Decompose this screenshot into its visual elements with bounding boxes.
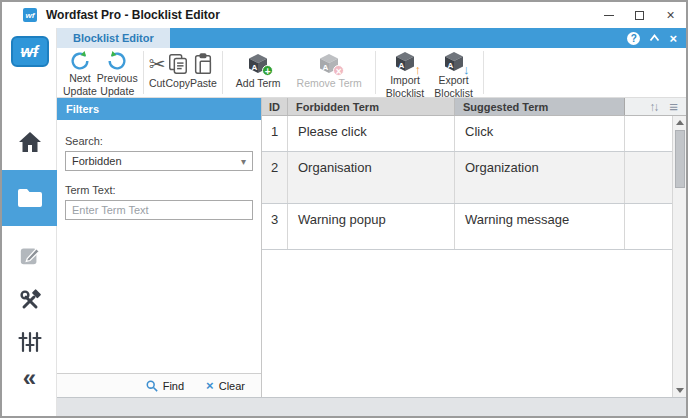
collapse-sidebar-icon: « <box>23 364 36 392</box>
folder-icon <box>17 188 43 208</box>
tab-label: Blocklist Editor <box>73 32 154 44</box>
vertical-scrollbar[interactable] <box>672 116 686 397</box>
clipboard-icon <box>192 50 214 77</box>
search-dropdown[interactable]: Forbidden ▾ <box>65 151 253 171</box>
column-header-forbidden-term[interactable]: Forbidden Term <box>288 98 455 115</box>
cell-forbidden-term[interactable]: Warning popup <box>288 204 455 249</box>
find-label: Find <box>163 380 184 392</box>
column-header-id[interactable]: ID <box>262 98 288 115</box>
find-button[interactable]: Find <box>146 380 184 392</box>
export-blocklist-icon: A ↓ <box>442 50 466 74</box>
copy-button[interactable]: Copy <box>165 48 190 97</box>
chevron-down-icon: ▾ <box>241 156 246 167</box>
filters-panel: Filters Search: Forbidden ▾ Term Text: <box>57 98 262 397</box>
window-title: Wordfast Pro - Blocklist Editor <box>46 8 220 22</box>
scroll-up-button[interactable] <box>673 116 687 129</box>
table-header-tools: ↑↓ ≡ <box>625 98 686 115</box>
refresh-previous-icon <box>106 50 128 72</box>
help-button[interactable]: ? <box>627 32 640 45</box>
sidebar-logo[interactable]: wf <box>2 36 57 67</box>
sidebar-item-tools[interactable] <box>2 288 57 312</box>
svg-text:A: A <box>447 61 453 70</box>
clear-button[interactable]: × Clear <box>206 379 245 392</box>
sliders-icon <box>18 330 42 354</box>
cell-forbidden-term[interactable]: Please click <box>288 116 455 151</box>
minimize-icon <box>604 15 614 16</box>
edit-icon <box>19 244 41 266</box>
svg-text:A: A <box>252 62 258 71</box>
triangle-down-icon <box>676 388 684 393</box>
table-row[interactable]: 3 Warning popup Warning message <box>262 204 686 250</box>
cell-id: 2 <box>262 152 288 203</box>
remove-term-icon: A × <box>317 50 341 77</box>
blocklist-table: ID Forbidden Term Suggested Term ↑↓ ≡ 1 … <box>262 98 686 397</box>
previous-update-button[interactable]: PreviousUpdate <box>97 48 138 97</box>
cut-button[interactable]: ✂ Cut <box>149 48 166 97</box>
plus-badge-icon: + <box>262 65 273 76</box>
cell-suggested-term[interactable]: Warning message <box>455 204 625 249</box>
cell-id: 1 <box>262 116 288 151</box>
tab-bar: Blocklist Editor ? × <box>57 28 686 48</box>
paste-button[interactable]: Paste <box>190 48 217 97</box>
tab-close-button[interactable]: × <box>669 32 677 45</box>
copy-icon <box>167 50 189 77</box>
close-icon: × <box>666 8 674 22</box>
sidebar-collapse-button[interactable]: « <box>2 364 57 392</box>
sidebar-item-editor[interactable] <box>2 244 57 266</box>
app-logo-icon: wf <box>23 8 37 22</box>
maximize-icon <box>635 11 644 20</box>
sidebar-item-preferences[interactable] <box>2 330 57 354</box>
filters-footer: Find × Clear <box>57 373 261 397</box>
table-header-row: ID Forbidden Term Suggested Term ↑↓ ≡ <box>262 98 686 116</box>
search-label: Search: <box>65 135 253 147</box>
help-icon: ? <box>631 33 637 44</box>
sidebar-item-home[interactable] <box>2 131 57 153</box>
arrow-up-icon: ↑ <box>415 63 422 76</box>
minimize-button[interactable] <box>593 2 624 28</box>
column-header-suggested-term[interactable]: Suggested Term <box>455 98 625 115</box>
cell-id: 3 <box>262 204 288 249</box>
next-update-button[interactable]: NextUpdate <box>63 48 97 97</box>
add-term-button[interactable]: A + Add Term <box>236 48 281 97</box>
toolbar-separator <box>375 51 376 94</box>
sort-icon[interactable]: ↑↓ <box>649 100 657 114</box>
scrollbar-thumb[interactable] <box>675 130 685 188</box>
export-blocklist-button[interactable]: A ↓ ExportBlocklist <box>434 48 473 97</box>
table-body: 1 Please click Click 2 Organisation Orga… <box>262 116 686 397</box>
filters-panel-title: Filters <box>57 98 261 120</box>
toolbar-separator <box>222 51 223 94</box>
close-button[interactable]: × <box>655 2 686 28</box>
term-text-label: Term Text: <box>65 184 253 196</box>
clear-x-icon: × <box>206 379 214 392</box>
svg-text:A: A <box>399 61 405 70</box>
term-text-input[interactable] <box>65 200 253 220</box>
maximize-button[interactable] <box>624 2 655 28</box>
scissors-icon: ✂ <box>149 54 166 74</box>
sidebar: wf <box>2 28 57 416</box>
cell-forbidden-term[interactable]: Organisation <box>288 152 455 203</box>
scroll-down-button[interactable] <box>673 384 687 397</box>
table-row[interactable]: 1 Please click Click <box>262 116 686 152</box>
cell-suggested-term[interactable]: Click <box>455 116 625 151</box>
app-window: wf Wordfast Pro - Blocklist Editor × wf <box>0 0 688 418</box>
home-icon <box>18 131 42 153</box>
toolbar-separator <box>143 51 144 94</box>
cell-suggested-term[interactable]: Organization <box>455 152 625 203</box>
collapse-panel-button[interactable] <box>649 34 660 42</box>
import-blocklist-icon: A ↑ <box>393 50 417 74</box>
toolbar: NextUpdate PreviousUpdate ✂ Cut <box>57 48 686 98</box>
tab-blocklist-editor[interactable]: Blocklist Editor <box>57 28 170 48</box>
remove-term-button[interactable]: A × Remove Term <box>297 48 362 97</box>
sidebar-item-projects[interactable] <box>2 170 57 226</box>
column-menu-icon[interactable]: ≡ <box>669 99 678 114</box>
window-controls: × <box>593 2 686 28</box>
search-dropdown-value: Forbidden <box>72 155 122 167</box>
cross-badge-icon: × <box>333 65 344 76</box>
wordfast-logo-icon: wf <box>11 36 49 67</box>
table-row[interactable]: 2 Organisation Organization <box>262 152 686 204</box>
triangle-up-icon <box>676 120 684 125</box>
refresh-next-icon <box>69 50 91 72</box>
import-blocklist-button[interactable]: A ↑ ImportBlocklist <box>386 48 425 97</box>
add-term-icon: A + <box>246 50 270 77</box>
arrow-down-icon: ↓ <box>463 63 470 76</box>
